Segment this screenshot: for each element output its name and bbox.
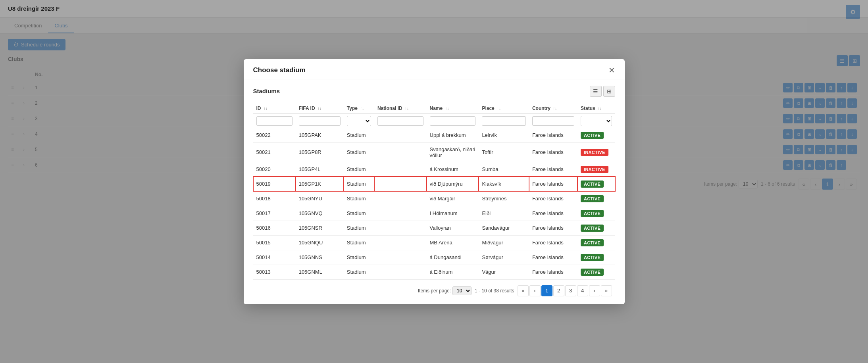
stadium-place: Vágur (479, 265, 529, 279)
modal-next-page[interactable]: › (589, 285, 600, 296)
stadiums-table-row[interactable]: 50015 105GNQU Stadium MB Arena Miðvágur … (253, 235, 615, 250)
col-header-name[interactable]: Name ↑↓ (427, 102, 479, 114)
stadium-name: á Eiðinum (427, 265, 479, 279)
stadium-name: við Margáir (427, 191, 479, 206)
stadiums-table-row[interactable]: 50021 105GP8R Stadium Svangaskarð, niðar… (253, 142, 615, 162)
stadiums-table-row[interactable]: 50022 105GPAK Stadium Uppi á brekkum Lei… (253, 128, 615, 142)
stadium-type: Stadium (344, 128, 374, 142)
stadium-name: Svangaskarð, niðari völlur (427, 142, 479, 162)
grid-view-button[interactable]: ⊞ (603, 86, 615, 97)
modal-items-per-page-select[interactable]: 10 25 50 (452, 286, 472, 295)
stadium-id: 50020 (253, 162, 296, 177)
stadium-country: Faroe Islands (529, 177, 577, 191)
stadium-national-id (374, 162, 427, 177)
view-toggle-buttons: ☰ ⊞ (590, 86, 615, 97)
filter-place (479, 114, 529, 128)
stadiums-table-row[interactable]: 50017 105GNVQ Stadium í Hólmanum Eiði Fa… (253, 206, 615, 221)
filter-place-input[interactable] (482, 116, 526, 126)
col-header-country[interactable]: Country ↑↓ (529, 102, 577, 114)
stadium-national-id (374, 142, 427, 162)
stadiums-table-row[interactable]: 50016 105GNSR Stadium Valloyran Sandavág… (253, 221, 615, 235)
stadium-fifa-id: 105GP1K (296, 177, 344, 191)
col-header-place[interactable]: Place ↑↓ (479, 102, 529, 114)
modal-page-3[interactable]: 3 (565, 285, 576, 296)
stadiums-table-row[interactable]: 50014 105GNNS Stadium á Dungasandi Sørvá… (253, 250, 615, 265)
stadium-country: Faroe Islands (529, 221, 577, 235)
stadium-type: Stadium (344, 191, 374, 206)
stadium-type: Stadium (344, 177, 374, 191)
filter-fifa-id-input[interactable] (299, 116, 341, 126)
stadium-place: Leirvik (479, 128, 529, 142)
filter-name (427, 114, 479, 128)
stadium-type: Stadium (344, 162, 374, 177)
filter-name-input[interactable] (430, 116, 476, 126)
stadium-place: Sumba (479, 162, 529, 177)
stadiums-table: ID ↑↓ FIFA ID ↑↓ Type ↑↓ National ID ↑↓ … (253, 102, 615, 280)
choose-stadium-modal: Choose stadium ✕ Stadiums ☰ ⊞ ID ↑↓ FIFA… (244, 59, 625, 304)
stadium-national-id (374, 177, 427, 191)
stadium-place: Streymnes (479, 191, 529, 206)
stadiums-table-row[interactable]: 50019 105GP1K Stadium við Djúpumýru Klak… (253, 177, 615, 191)
stadiums-table-row[interactable]: 50018 105GNYU Stadium við Margáir Streym… (253, 191, 615, 206)
stadium-id: 50016 (253, 221, 296, 235)
stadiums-section-label: Stadiums (253, 88, 280, 94)
modal-first-page[interactable]: « (518, 285, 529, 296)
sort-icon-country: ↑↓ (553, 106, 557, 111)
filter-row: Stadium ACTIVE INACTIVE (253, 114, 615, 128)
stadiums-table-row[interactable]: 50013 105GNML Stadium á Eiðinum Vágur Fa… (253, 265, 615, 279)
filter-type-select[interactable]: Stadium (347, 116, 371, 126)
col-header-type[interactable]: Type ↑↓ (344, 102, 374, 114)
stadium-status: INACTIVE (577, 162, 615, 177)
stadium-fifa-id: 105GNQU (296, 235, 344, 250)
modal-prev-page[interactable]: ‹ (529, 285, 541, 296)
modal-last-page[interactable]: » (601, 285, 612, 296)
filter-country-input[interactable] (532, 116, 574, 126)
stadium-status: ACTIVE (577, 250, 615, 265)
modal-page-1[interactable]: 1 (541, 285, 552, 296)
stadium-national-id (374, 221, 427, 235)
stadium-id: 50018 (253, 191, 296, 206)
filter-fifa-id (296, 114, 344, 128)
stadium-status: ACTIVE (577, 221, 615, 235)
filter-status-select[interactable]: ACTIVE INACTIVE (581, 116, 612, 126)
col-header-id[interactable]: ID ↑↓ (253, 102, 296, 114)
modal-items-per-page: Items per page: 10 25 50 (418, 286, 472, 295)
stadium-country: Faroe Islands (529, 250, 577, 265)
stadium-id: 50019 (253, 177, 296, 191)
filter-status: ACTIVE INACTIVE (577, 114, 615, 128)
stadium-country: Faroe Islands (529, 235, 577, 250)
filter-national-id-input[interactable] (377, 116, 423, 126)
modal-page-2[interactable]: 2 (553, 285, 564, 296)
modal-overlay: Choose stadium ✕ Stadiums ☰ ⊞ ID ↑↓ FIFA… (0, 0, 868, 363)
modal-close-button[interactable]: ✕ (608, 66, 615, 74)
stadium-status: ACTIVE (577, 128, 615, 142)
filter-id-input[interactable] (256, 116, 293, 126)
stadium-fifa-id: 105GNVQ (296, 206, 344, 221)
stadium-type: Stadium (344, 142, 374, 162)
stadium-fifa-id: 105GNNS (296, 250, 344, 265)
stadium-national-id (374, 206, 427, 221)
stadium-country: Faroe Islands (529, 206, 577, 221)
stadiums-table-row[interactable]: 50020 105GP4L Stadium á Krossinum Sumba … (253, 162, 615, 177)
modal-page-4[interactable]: 4 (577, 285, 588, 296)
col-header-national-id[interactable]: National ID ↑↓ (374, 102, 427, 114)
status-badge: ACTIVE (581, 239, 604, 246)
col-header-status[interactable]: Status ↑↓ (577, 102, 615, 114)
sort-icon-type: ↑↓ (360, 106, 364, 111)
stadium-country: Faroe Islands (529, 162, 577, 177)
modal-title: Choose stadium (253, 66, 306, 74)
stadium-type: Stadium (344, 265, 374, 279)
stadium-place: Miðvágur (479, 235, 529, 250)
stadium-national-id (374, 250, 427, 265)
col-header-fifa-id[interactable]: FIFA ID ↑↓ (296, 102, 344, 114)
stadium-status: INACTIVE (577, 142, 615, 162)
stadium-id: 50015 (253, 235, 296, 250)
modal-pagination-buttons: « ‹ 1 2 3 4 › » (518, 285, 612, 296)
stadium-place: Sørvágur (479, 250, 529, 265)
stadium-fifa-id: 105GPAK (296, 128, 344, 142)
modal-pagination: Items per page: 10 25 50 1 - 10 of 38 re… (253, 280, 615, 298)
list-view-button[interactable]: ☰ (590, 86, 602, 97)
stadium-name: Valloyran (427, 221, 479, 235)
stadium-national-id (374, 235, 427, 250)
filter-type: Stadium (344, 114, 374, 128)
